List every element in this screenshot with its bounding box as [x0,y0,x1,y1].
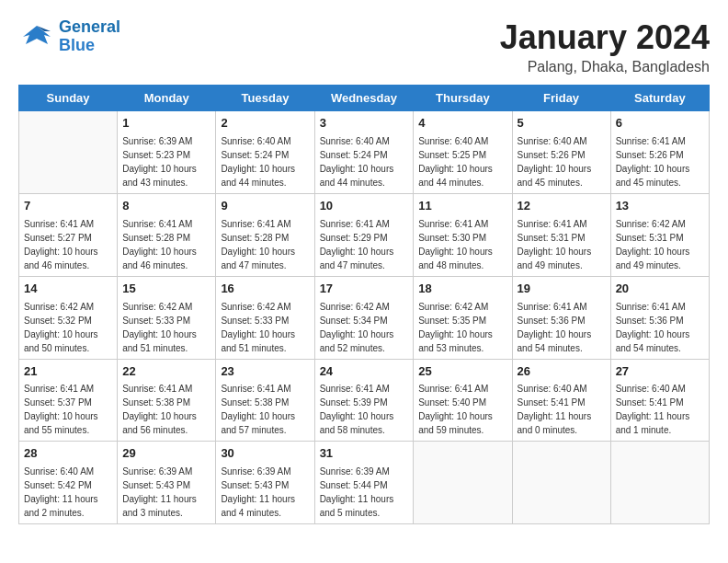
day-number: 12 [518,198,606,215]
day-of-week-header: Monday [118,86,216,111]
calendar-cell: 14Sunrise: 6:42 AM Sunset: 5:32 PM Dayli… [19,276,118,359]
day-detail: Sunrise: 6:39 AM Sunset: 5:44 PM Dayligh… [320,465,409,520]
logo: General Blue [18,18,120,55]
day-of-week-header: Sunday [19,86,118,111]
calendar-header-row: SundayMondayTuesdayWednesdayThursdayFrid… [19,86,710,111]
calendar-cell: 17Sunrise: 6:42 AM Sunset: 5:34 PM Dayli… [314,276,414,359]
calendar-cell: 24Sunrise: 6:41 AM Sunset: 5:39 PM Dayli… [314,359,414,442]
calendar-cell: 30Sunrise: 6:39 AM Sunset: 5:43 PM Dayli… [216,442,314,524]
day-detail: Sunrise: 6:42 AM Sunset: 5:32 PM Dayligh… [24,300,112,355]
calendar-cell: 19Sunrise: 6:41 AM Sunset: 5:36 PM Dayli… [512,276,610,359]
day-number: 18 [418,281,506,298]
calendar-cell: 8Sunrise: 6:41 AM Sunset: 5:28 PM Daylig… [118,193,216,276]
title-block: January 2024 Palang, Dhaka, Bangladesh [500,18,710,75]
calendar-week-row: 28Sunrise: 6:40 AM Sunset: 5:42 PM Dayli… [19,442,710,524]
logo-icon [18,18,55,55]
calendar-cell [19,111,118,194]
day-number: 29 [122,445,210,463]
day-number: 13 [616,198,704,215]
day-number: 28 [24,445,112,463]
day-number: 10 [320,198,409,215]
day-detail: Sunrise: 6:41 AM Sunset: 5:29 PM Dayligh… [320,217,409,272]
day-detail: Sunrise: 6:41 AM Sunset: 5:36 PM Dayligh… [616,300,704,355]
day-of-week-header: Wednesday [314,86,414,111]
day-number: 20 [616,281,704,298]
day-detail: Sunrise: 6:39 AM Sunset: 5:43 PM Dayligh… [122,465,210,520]
day-number: 7 [24,198,112,215]
day-detail: Sunrise: 6:41 AM Sunset: 5:30 PM Dayligh… [418,217,506,272]
day-number: 1 [122,115,210,132]
month-year-title: January 2024 [500,18,710,57]
calendar-week-row: 21Sunrise: 6:41 AM Sunset: 5:37 PM Dayli… [19,359,710,442]
svg-marker-0 [23,26,51,44]
calendar-cell: 3Sunrise: 6:40 AM Sunset: 5:24 PM Daylig… [314,111,414,194]
calendar-cell: 25Sunrise: 6:41 AM Sunset: 5:40 PM Dayli… [414,359,512,442]
day-detail: Sunrise: 6:39 AM Sunset: 5:23 PM Dayligh… [122,134,210,190]
calendar-cell: 11Sunrise: 6:41 AM Sunset: 5:30 PM Dayli… [414,193,512,276]
calendar-cell: 28Sunrise: 6:40 AM Sunset: 5:42 PM Dayli… [19,442,118,524]
calendar-cell: 29Sunrise: 6:39 AM Sunset: 5:43 PM Dayli… [118,442,216,524]
calendar-cell: 9Sunrise: 6:41 AM Sunset: 5:28 PM Daylig… [216,193,314,276]
day-number: 15 [122,281,210,298]
calendar-week-row: 1Sunrise: 6:39 AM Sunset: 5:23 PM Daylig… [19,111,710,194]
day-detail: Sunrise: 6:41 AM Sunset: 5:28 PM Dayligh… [122,217,210,272]
day-number: 26 [518,363,606,381]
calendar-cell: 21Sunrise: 6:41 AM Sunset: 5:37 PM Dayli… [19,359,118,442]
day-number: 8 [122,198,210,215]
calendar-cell [414,442,512,524]
day-detail: Sunrise: 6:41 AM Sunset: 5:37 PM Dayligh… [24,382,112,437]
day-detail: Sunrise: 6:40 AM Sunset: 5:25 PM Dayligh… [418,134,506,190]
day-number: 9 [221,198,309,215]
day-detail: Sunrise: 6:42 AM Sunset: 5:31 PM Dayligh… [616,217,704,272]
day-detail: Sunrise: 6:41 AM Sunset: 5:39 PM Dayligh… [320,382,409,437]
day-number: 30 [221,445,309,463]
calendar-cell: 4Sunrise: 6:40 AM Sunset: 5:25 PM Daylig… [414,111,512,194]
day-detail: Sunrise: 6:39 AM Sunset: 5:43 PM Dayligh… [221,465,309,520]
day-number: 14 [24,281,112,298]
day-number: 21 [24,363,112,381]
location-subtitle: Palang, Dhaka, Bangladesh [500,59,710,75]
calendar-cell: 2Sunrise: 6:40 AM Sunset: 5:24 PM Daylig… [216,111,314,194]
calendar-cell: 16Sunrise: 6:42 AM Sunset: 5:33 PM Dayli… [216,276,314,359]
calendar-cell: 15Sunrise: 6:42 AM Sunset: 5:33 PM Dayli… [118,276,216,359]
day-detail: Sunrise: 6:41 AM Sunset: 5:38 PM Dayligh… [221,382,309,437]
calendar-cell: 27Sunrise: 6:40 AM Sunset: 5:41 PM Dayli… [610,359,709,442]
day-number: 3 [320,115,409,132]
day-number: 2 [221,115,309,132]
day-number: 23 [221,363,309,381]
day-number: 22 [122,363,210,381]
day-number: 4 [418,115,506,132]
calendar-cell [512,442,610,524]
day-number: 19 [518,281,606,298]
day-detail: Sunrise: 6:42 AM Sunset: 5:35 PM Dayligh… [418,300,506,355]
day-detail: Sunrise: 6:40 AM Sunset: 5:26 PM Dayligh… [518,134,606,190]
calendar-table: SundayMondayTuesdayWednesdayThursdayFrid… [18,85,710,524]
day-detail: Sunrise: 6:40 AM Sunset: 5:24 PM Dayligh… [320,134,409,190]
day-detail: Sunrise: 6:42 AM Sunset: 5:33 PM Dayligh… [122,300,210,355]
calendar-cell: 31Sunrise: 6:39 AM Sunset: 5:44 PM Dayli… [314,442,414,524]
calendar-cell: 22Sunrise: 6:41 AM Sunset: 5:38 PM Dayli… [118,359,216,442]
day-of-week-header: Saturday [610,86,709,111]
day-number: 25 [418,363,506,381]
day-number: 5 [518,115,606,132]
page-header: General Blue January 2024 Palang, Dhaka,… [18,18,710,75]
calendar-cell [610,442,709,524]
day-detail: Sunrise: 6:41 AM Sunset: 5:38 PM Dayligh… [122,382,210,437]
day-detail: Sunrise: 6:40 AM Sunset: 5:24 PM Dayligh… [221,134,309,190]
calendar-cell: 6Sunrise: 6:41 AM Sunset: 5:26 PM Daylig… [610,111,709,194]
day-detail: Sunrise: 6:40 AM Sunset: 5:41 PM Dayligh… [518,382,606,437]
day-detail: Sunrise: 6:40 AM Sunset: 5:42 PM Dayligh… [24,465,112,520]
day-number: 31 [320,445,409,463]
day-detail: Sunrise: 6:41 AM Sunset: 5:40 PM Dayligh… [418,382,506,437]
calendar-cell: 10Sunrise: 6:41 AM Sunset: 5:29 PM Dayli… [314,193,414,276]
calendar-week-row: 7Sunrise: 6:41 AM Sunset: 5:27 PM Daylig… [19,193,710,276]
calendar-cell: 20Sunrise: 6:41 AM Sunset: 5:36 PM Dayli… [610,276,709,359]
day-number: 16 [221,281,309,298]
day-detail: Sunrise: 6:41 AM Sunset: 5:26 PM Dayligh… [616,134,704,190]
day-detail: Sunrise: 6:41 AM Sunset: 5:31 PM Dayligh… [518,217,606,272]
day-detail: Sunrise: 6:41 AM Sunset: 5:28 PM Dayligh… [221,217,309,272]
day-detail: Sunrise: 6:42 AM Sunset: 5:33 PM Dayligh… [221,300,309,355]
calendar-cell: 5Sunrise: 6:40 AM Sunset: 5:26 PM Daylig… [512,111,610,194]
day-number: 11 [418,198,506,215]
day-of-week-header: Friday [512,86,610,111]
